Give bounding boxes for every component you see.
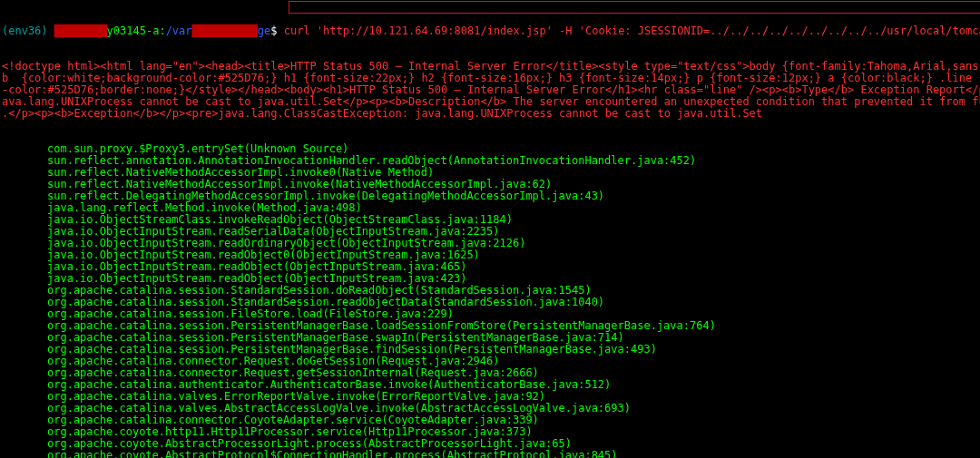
cwd-path-tail: ge xyxy=(258,24,270,37)
cwd-path: /var xyxy=(166,24,192,37)
redaction-block: ████████ xyxy=(54,24,107,37)
prompt-dollar: $ xyxy=(270,24,283,37)
sep: : xyxy=(159,24,165,37)
redaction-block: ██████████ xyxy=(192,24,258,37)
curl-response-html: <!doctype html><html lang="en"><head><ti… xyxy=(2,61,978,120)
prompt-line: (env36) ████████y03145-a:/var██████████g… xyxy=(2,25,978,37)
response-line: .</p><p><b>Exception</b></p><pre>java.la… xyxy=(2,108,978,120)
stack-frame: org.apache.coyote.AbstractProtocol$Conne… xyxy=(2,450,978,458)
java-stack-trace: com.sun.proxy.$Proxy3.entrySet(Unknown S… xyxy=(2,143,978,458)
hostname: y03145-a xyxy=(107,24,160,37)
shell-command: curl 'http://10.121.64.69:8081/index.jsp… xyxy=(284,24,980,37)
terminal[interactable]: (env36) ████████y03145-a:/var██████████g… xyxy=(0,0,980,458)
venv-name: (env36) xyxy=(2,24,54,37)
